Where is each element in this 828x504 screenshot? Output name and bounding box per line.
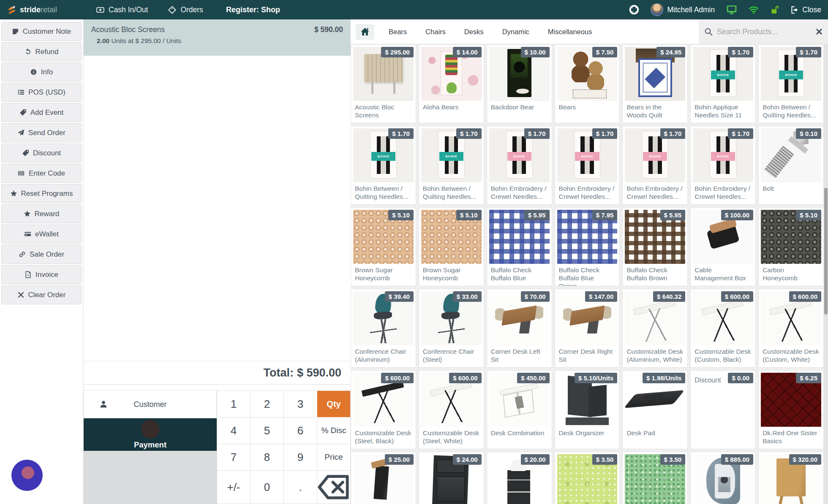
sidebar-button[interactable]: Invoice (1, 265, 82, 284)
product-card[interactable]: $ 25.00 (351, 452, 416, 504)
scrollbar-thumb[interactable] (824, 188, 828, 314)
product-card[interactable]: $ 3.50 (555, 452, 620, 504)
product-card[interactable]: $ 24.95 Bears in the Woods Quilt (622, 44, 688, 123)
numpad-key-3[interactable]: 3 (284, 391, 317, 417)
product-card[interactable]: $ 1.70 Bohin Embroidery / Crewel Needles… (690, 126, 756, 205)
numpad-key-7[interactable]: 7 (217, 444, 250, 470)
category-tab-dynamic[interactable]: Dynamic (493, 19, 539, 44)
numpad-key-8[interactable]: 8 (251, 444, 283, 470)
sidebar-button[interactable]: Reward (1, 204, 82, 223)
product-card[interactable]: $ 600.00 Customizable Desk (Steel, White… (419, 370, 484, 449)
orders-button[interactable]: Orders (168, 5, 203, 14)
product-card[interactable]: $ 1.70 Bohin Between / Quilting Needles.… (758, 44, 824, 123)
numpad-key-5[interactable]: 5 (251, 417, 283, 444)
product-card[interactable]: $ 24.00 (419, 452, 484, 504)
product-card[interactable]: $ 3.50 (622, 452, 688, 504)
numpad-key-4[interactable]: 4 (217, 417, 250, 444)
category-bar: BearsChairsDesksDynamicMiscellaneous (351, 19, 601, 44)
numpad-key-price[interactable]: Price (317, 444, 350, 470)
product-card[interactable]: $ 5.10 Brown Sugar Honeycomb (419, 207, 484, 286)
link-icon (19, 251, 26, 258)
category-tab-desks[interactable]: Desks (455, 19, 493, 44)
product-card[interactable]: $ 1.70 Bohin Between / Quilting Needles.… (351, 126, 416, 205)
sidebar-button[interactable]: Reset Programs (1, 184, 82, 203)
product-card[interactable]: $ 1.70 Bohin Embroidery / Crewel Needles… (487, 126, 552, 205)
user-menu[interactable]: Mitchell Admin (651, 3, 715, 16)
fab-inner-dot (22, 466, 34, 479)
product-price-badge: $ 14.00 (453, 47, 482, 57)
numpad-key-9[interactable]: 9 (284, 444, 317, 470)
wifi-status-icon[interactable] (749, 5, 759, 15)
product-card[interactable]: $ 20.00 (487, 452, 552, 504)
numpad-key-[interactable]: . (284, 471, 317, 504)
product-card[interactable]: $ 600.00 Customizable Desk (Steel, Black… (351, 370, 416, 449)
product-card[interactable]: $ 1.70 Bohin Embroidery / Crewel Needles… (622, 126, 688, 205)
product-card[interactable]: $ 5.10 Brown Sugar Honeycomb (351, 207, 416, 286)
category-home-button[interactable] (356, 24, 374, 40)
product-card[interactable]: $ 600.00 Customizable Desk (Custom, Whit… (758, 289, 824, 368)
category-tab-miscellaneous[interactable]: Miscellaneous (539, 19, 602, 44)
order-line-selected[interactable]: Acoustic Bloc Screens $ 590.00 2.00 Unit… (84, 19, 351, 56)
sidebar-button[interactable]: Clear Order (1, 285, 82, 304)
product-card[interactable]: $ 450.00 Desk Combination (487, 370, 552, 449)
sidebar-button[interactable]: Customer Note (1, 22, 82, 41)
numpad-key-1[interactable]: 1 (217, 391, 250, 417)
product-card[interactable]: $ 70.00 Corner Desk Left Sit (487, 289, 552, 368)
clear-search-icon[interactable] (816, 28, 823, 35)
product-card[interactable]: $ 5.10/Units Desk Organizer (555, 370, 620, 449)
product-card[interactable]: $ 885.00 (690, 452, 756, 504)
product-card[interactable]: $ 320.00 (758, 452, 824, 504)
unlock-status-icon[interactable] (770, 5, 779, 14)
sidebar-button[interactable]: eWallet (1, 225, 82, 244)
product-card[interactable]: $ 0.10 Bolt (758, 126, 824, 205)
product-card[interactable]: $ 5.95 Buffalo Check Buffalo Brown (622, 207, 688, 286)
product-card[interactable]: $ 640.32 Customizable Desk (Aluminium, W… (622, 289, 688, 368)
product-card[interactable]: $ 100.00 Cable Management Box (690, 207, 756, 286)
numpad-key-0[interactable]: 0 (251, 471, 283, 504)
search-input[interactable] (717, 27, 812, 36)
numpad-key-6[interactable]: 6 (284, 417, 317, 444)
sidebar-button[interactable]: Info (1, 62, 82, 81)
register-title[interactable]: Register: Shop (226, 5, 280, 14)
product-card[interactable]: $ 1.70 Bohin Between / Quilting Needles.… (419, 126, 484, 205)
product-card[interactable]: $ 7.50 Bears (555, 44, 620, 123)
numpad-key-2[interactable]: 2 (251, 391, 283, 417)
product-card[interactable]: $ 5.95 Buffalo Check Buffalo Blue (487, 207, 552, 286)
product-card[interactable]: $ 0.00 Discount (690, 370, 756, 449)
payment-button[interactable]: Payment (84, 418, 217, 451)
vertical-scrollbar[interactable] (824, 44, 828, 504)
sidebar-button[interactable]: Discount (1, 144, 82, 163)
numpad-key-disc[interactable]: % Disc (317, 417, 350, 444)
product-card[interactable]: $ 147.00 Corner Desk Right Sit (555, 289, 620, 368)
product-card[interactable]: $ 600.00 Customizable Desk (Custom, Blac… (690, 289, 756, 368)
floating-action-button[interactable] (11, 460, 43, 491)
category-tab-chairs[interactable]: Chairs (416, 19, 455, 44)
product-card[interactable]: $ 1.70 Bohin Embroidery / Crewel Needles… (555, 126, 620, 205)
numpad-key-+[interactable]: +/- (217, 471, 250, 504)
product-card[interactable]: $ 33.00 Conference Chair (Steel) (419, 289, 484, 368)
product-card[interactable]: $ 7.95 Buffalo Check Buffalo Blue Organ.… (555, 207, 620, 286)
product-card[interactable]: $ 295.00 Acoustic Bloc Screens (351, 44, 416, 123)
product-card[interactable]: $ 5.10 Carbon Honeycomb (758, 207, 824, 286)
sidebar-button[interactable]: Add Event (1, 103, 82, 122)
lifebuoy-icon[interactable] (629, 5, 639, 15)
close-session-button[interactable]: Close (791, 5, 821, 14)
sidebar-button[interactable]: Enter Code (1, 164, 82, 183)
numpad-backspace-key[interactable] (317, 471, 350, 504)
product-card[interactable]: $ 1.98/Units Desk Pad (622, 370, 688, 449)
product-card[interactable]: $ 6.25 Dk.Red One Sister Basics (758, 370, 824, 449)
sidebar-button-label: Refund (35, 48, 59, 56)
product-card[interactable]: $ 14.00 Aloha Bears (419, 44, 484, 123)
sidebar-button[interactable]: Send Order (1, 123, 82, 142)
cash-in-out-button[interactable]: Cash In/Out (96, 5, 148, 14)
sidebar-button[interactable]: POS (USD) (1, 83, 82, 102)
category-tab-bears[interactable]: Bears (379, 19, 416, 44)
customer-button[interactable]: Customer (84, 390, 217, 418)
product-card[interactable]: $ 1.70 Bohin Applique Needles Size 11 (690, 44, 756, 123)
numpad-key-qty[interactable]: Qty (317, 391, 350, 417)
sidebar-button[interactable]: Sale Order (1, 245, 82, 264)
sidebar-button[interactable]: Refund (1, 42, 82, 61)
product-card[interactable]: $ 10.00 Backdoor Bear (487, 44, 552, 123)
customer-display-icon[interactable] (726, 4, 737, 15)
product-card[interactable]: $ 39.40 Conference Chair (Aluminium) (351, 289, 416, 368)
